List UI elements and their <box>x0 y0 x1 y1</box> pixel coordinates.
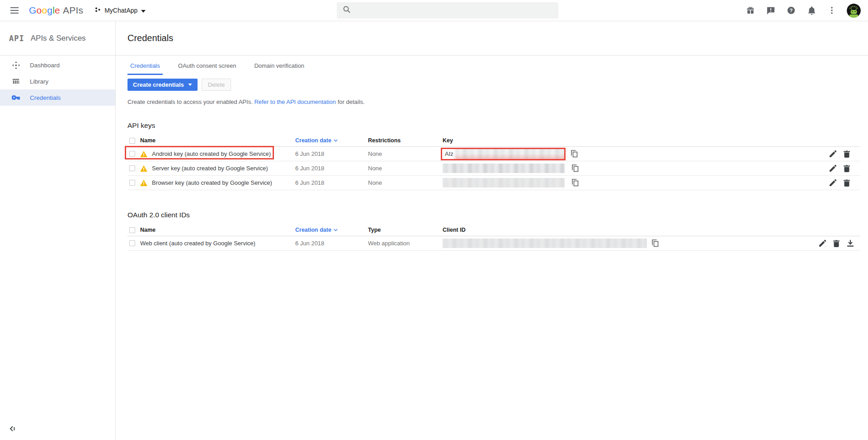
tab-domain-verification[interactable]: Domain verification <box>251 56 307 75</box>
toolbar: Create credentials Delete <box>116 79 868 91</box>
sidebar-nav: Dashboard Library Credentials <box>0 56 115 106</box>
oauth-client-row-web: Web client (auto created by Google Servi… <box>127 236 860 251</box>
help-icon[interactable]: ? <box>786 5 797 16</box>
gift-icon[interactable] <box>745 5 756 16</box>
key-restrictions: None <box>368 179 443 186</box>
sidebar-item-dashboard[interactable]: Dashboard <box>0 57 115 73</box>
select-all-checkbox[interactable] <box>129 227 135 233</box>
sidebar-title: APIs & Services <box>31 34 86 43</box>
client-id-value-redacted <box>443 239 647 248</box>
edit-icon[interactable] <box>818 239 826 248</box>
sidebar-item-credentials[interactable]: Credentials <box>0 89 115 106</box>
key-name[interactable]: Android key (auto created by Google Serv… <box>152 150 271 157</box>
project-selector[interactable]: MyChatApp <box>95 7 146 14</box>
row-checkbox[interactable] <box>129 240 135 246</box>
key-creation-date: 6 Jun 2018 <box>295 165 368 172</box>
search-input[interactable] <box>355 2 558 19</box>
delete-icon[interactable] <box>843 179 851 187</box>
tab-oauth-consent-screen[interactable]: OAuth consent screen <box>175 56 239 75</box>
notifications-icon[interactable] <box>806 5 817 16</box>
edit-icon[interactable] <box>829 164 837 173</box>
tab-bar: Credentials OAuth consent screen Domain … <box>116 56 868 75</box>
delete-icon[interactable] <box>843 164 851 173</box>
google-apis-console: Google APIs MyChatApp <box>0 0 868 440</box>
sort-chevron-icon <box>334 229 338 231</box>
warning-icon <box>140 165 147 172</box>
api-keys-heading: API keys <box>127 122 860 130</box>
dropdown-caret-icon <box>188 84 192 86</box>
sidebar-item-label: Credentials <box>30 94 61 101</box>
create-credentials-label: Create credentials <box>133 81 184 88</box>
page-description: Create credentials to access your enable… <box>127 98 868 105</box>
key-name[interactable]: Browser key (auto created by Google Serv… <box>152 179 272 186</box>
delete-icon[interactable] <box>832 239 840 248</box>
download-icon[interactable] <box>846 239 854 248</box>
main-content: Credentials Credentials OAuth consent sc… <box>116 21 868 440</box>
google-apis-logo[interactable]: Google APIs <box>29 5 83 16</box>
copy-icon[interactable] <box>570 150 578 158</box>
project-icon <box>95 7 101 14</box>
page-header: Credentials <box>116 21 868 56</box>
api-key-value-redacted <box>443 164 565 173</box>
client-name[interactable]: Web client (auto created by Google Servi… <box>140 240 255 247</box>
feedback-icon[interactable] <box>765 5 776 16</box>
row-checkbox[interactable] <box>129 180 135 186</box>
sidebar-item-label: Dashboard <box>30 62 60 69</box>
search-icon <box>343 6 350 15</box>
column-header-creation-date[interactable]: Creation date <box>295 227 368 233</box>
column-header-restrictions: Restrictions <box>368 137 443 144</box>
column-header-name: Name <box>140 137 295 144</box>
client-type: Web application <box>368 240 443 247</box>
chevron-down-icon <box>141 7 146 14</box>
api-keys-table-header: Name Creation date Restrictions Key <box>127 135 860 147</box>
warning-icon <box>140 180 147 186</box>
edit-icon[interactable] <box>829 150 837 158</box>
menu-icon[interactable] <box>9 5 20 16</box>
creation-date-label: Creation date <box>295 227 331 233</box>
copy-icon[interactable] <box>571 164 579 173</box>
search-bar[interactable] <box>337 2 558 19</box>
delete-button[interactable]: Delete <box>202 79 231 91</box>
warning-icon <box>140 151 147 157</box>
api-key-row-android: Android key (auto created by Google Serv… <box>127 147 860 161</box>
select-all-checkbox[interactable] <box>129 138 135 144</box>
oauth-clients-section: OAuth 2.0 client IDs Name Creation date … <box>116 211 868 251</box>
client-creation-date: 6 Jun 2018 <box>295 240 368 247</box>
key-restrictions: None <box>368 165 443 172</box>
column-header-type: Type <box>368 227 443 233</box>
copy-icon[interactable] <box>651 239 659 248</box>
library-icon <box>12 77 20 85</box>
svg-text:?: ? <box>790 8 793 13</box>
oauth-clients-heading: OAuth 2.0 client IDs <box>127 211 860 219</box>
key-creation-date: 6 Jun 2018 <box>295 150 368 157</box>
api-documentation-link[interactable]: Refer to the API documentation <box>254 98 336 105</box>
api-product-logo: API <box>9 34 24 43</box>
google-wordmark: Google <box>29 5 60 16</box>
api-key-row-server: Server key (auto created by Google Servi… <box>127 161 860 176</box>
column-header-creation-date[interactable]: Creation date <box>295 137 368 144</box>
key-prefix: AIz <box>442 149 457 159</box>
dashboard-icon <box>12 61 20 69</box>
oauth-table-header: Name Creation date Type Client ID <box>127 224 860 236</box>
api-key-row-browser: Browser key (auto created by Google Serv… <box>127 176 860 190</box>
key-name[interactable]: Server key (auto created by Google Servi… <box>152 165 268 172</box>
avatar[interactable] <box>847 4 861 18</box>
tab-credentials[interactable]: Credentials <box>127 56 163 75</box>
description-text: for details. <box>336 98 365 105</box>
sidebar-item-library[interactable]: Library <box>0 73 115 89</box>
delete-icon[interactable] <box>843 150 851 158</box>
column-header-name: Name <box>140 227 295 233</box>
collapse-sidebar-icon[interactable] <box>9 426 15 433</box>
row-checkbox[interactable] <box>129 151 135 157</box>
sidebar-item-label: Library <box>30 78 48 85</box>
creation-date-label: Creation date <box>295 137 331 144</box>
more-vertical-icon[interactable] <box>826 5 837 16</box>
key-creation-date: 6 Jun 2018 <box>295 179 368 186</box>
copy-icon[interactable] <box>571 179 579 187</box>
create-credentials-button[interactable]: Create credentials <box>127 79 198 91</box>
edit-icon[interactable] <box>829 179 837 187</box>
description-text: Create credentials to access your enable… <box>127 98 254 105</box>
key-restrictions: None <box>368 150 443 157</box>
api-key-value-redacted <box>443 178 565 187</box>
row-checkbox[interactable] <box>129 165 135 171</box>
